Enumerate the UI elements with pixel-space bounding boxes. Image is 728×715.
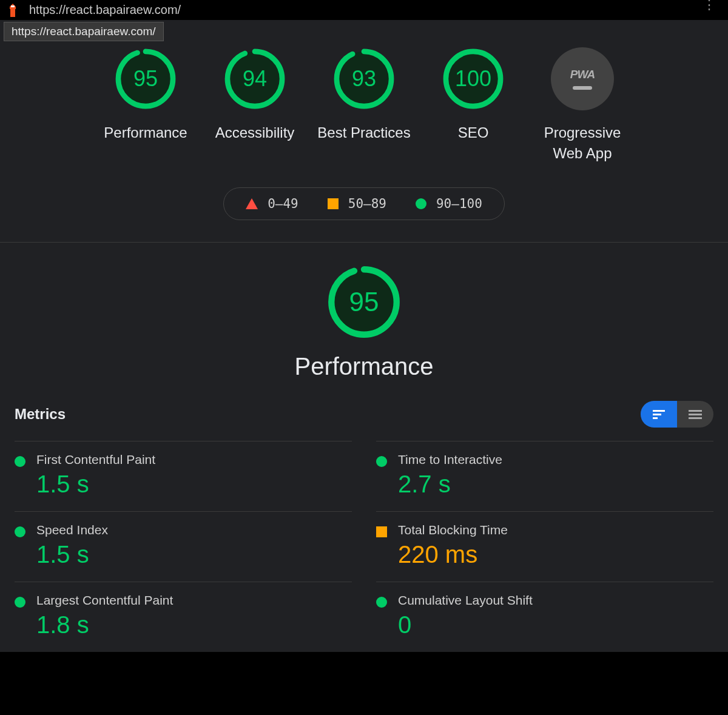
metric-value: 1.5 s — [36, 541, 352, 568]
status-icon — [15, 597, 25, 608]
square-icon — [328, 198, 339, 209]
lighthouse-icon — [7, 4, 18, 17]
gauge-label: Performance — [104, 123, 187, 143]
metric-name: Speed Index — [36, 523, 352, 537]
pwa-badge: PWA — [551, 47, 614, 110]
url-display[interactable]: https://react.bapairaew.com/ — [29, 3, 181, 17]
metric-name: Total Blocking Time — [398, 523, 713, 537]
metric-cls[interactable]: Cumulative Layout Shift 0 — [376, 582, 713, 652]
metric-name: Largest Contentful Paint — [36, 593, 352, 608]
gauge-circle: 100 — [442, 47, 505, 110]
gauge-score: 93 — [332, 47, 396, 110]
metric-lcp[interactable]: Largest Contentful Paint 1.8 s — [15, 582, 352, 652]
svg-rect-0 — [10, 9, 15, 17]
status-icon — [15, 526, 25, 537]
metric-value: 0 — [398, 611, 713, 639]
metrics-grid: First Contentful Paint 1.5 s Time to Int… — [15, 441, 713, 652]
gauge-score: 94 — [223, 47, 286, 110]
metric-tti[interactable]: Time to Interactive 2.7 s — [376, 441, 713, 511]
url-tooltip: https://react.bapairaew.com/ — [4, 22, 164, 41]
view-compact-button[interactable] — [641, 401, 677, 428]
gauge-score: 100 — [442, 47, 505, 110]
pwa-icon: PWA — [570, 68, 595, 81]
status-icon — [15, 456, 25, 467]
view-toggle — [641, 401, 713, 428]
gauge-label: Accessibility — [215, 123, 295, 143]
legend-pass-range: 90–100 — [436, 196, 482, 211]
score-legend: 0–49 50–89 90–100 — [0, 187, 728, 220]
metrics-header: Metrics — [15, 401, 713, 428]
metric-tbt[interactable]: Total Blocking Time 220 ms — [376, 511, 713, 582]
metric-si[interactable]: Speed Index 1.5 s — [15, 511, 352, 582]
metric-value: 1.8 s — [36, 611, 352, 639]
circle-icon — [416, 198, 426, 209]
legend-pill: 0–49 50–89 90–100 — [223, 187, 505, 220]
bars-equal-icon — [689, 410, 702, 419]
gauge-performance[interactable]: 95 Performance — [94, 47, 197, 163]
gauge-label: SEO — [458, 123, 489, 143]
performance-header: 95 Performance — [0, 243, 728, 380]
status-icon — [376, 526, 387, 537]
triangle-icon — [246, 198, 258, 209]
gauge-label: Progressive Web App — [531, 123, 634, 163]
gauge-best-practices[interactable]: 93 Best Practices — [312, 47, 416, 163]
pwa-bar-icon — [573, 86, 592, 90]
metrics-title: Metrics — [15, 406, 66, 423]
metric-value: 2.7 s — [398, 471, 713, 498]
gauge-circle-large: 95 — [326, 264, 402, 340]
gauge-label: Best Practices — [317, 123, 410, 143]
gauge-accessibility[interactable]: 94 Accessibility — [203, 47, 306, 163]
metric-name: Time to Interactive — [398, 452, 713, 467]
performance-score: 95 — [326, 264, 402, 340]
metrics-section: Metrics First Contentful Paint — [0, 380, 728, 652]
score-gauges: 95 Performance 94 Accessibility 93 — [0, 47, 728, 163]
metric-fcp[interactable]: First Contentful Paint 1.5 s — [15, 441, 352, 511]
report-body: 95 Performance 94 Accessibility 93 — [0, 20, 728, 652]
status-icon — [376, 597, 387, 608]
legend-fail-range: 0–49 — [268, 196, 298, 211]
bars-short-icon — [653, 410, 665, 419]
gauge-pwa[interactable]: PWA Progressive Web App — [531, 47, 634, 163]
legend-average-range: 50–89 — [348, 196, 386, 211]
legend-average: 50–89 — [328, 196, 386, 211]
legend-fail: 0–49 — [246, 196, 298, 211]
metric-name: First Contentful Paint — [36, 452, 352, 467]
gauge-seo[interactable]: 100 SEO — [422, 47, 525, 163]
gauge-circle: 95 — [114, 47, 177, 110]
svg-rect-1 — [11, 5, 15, 7]
metric-value: 220 ms — [398, 541, 713, 568]
legend-pass: 90–100 — [416, 196, 482, 211]
performance-title: Performance — [295, 353, 434, 380]
metric-value: 1.5 s — [36, 471, 352, 498]
gauge-score: 95 — [114, 47, 177, 110]
gauge-circle: 94 — [223, 47, 286, 110]
status-icon — [376, 456, 387, 467]
view-expanded-button[interactable] — [677, 401, 713, 428]
metric-name: Cumulative Layout Shift — [398, 593, 713, 608]
gauge-circle: 93 — [332, 47, 396, 110]
toolbar: https://react.bapairaew.com/ ⋮ https://r… — [0, 0, 728, 20]
kebab-menu-icon[interactable]: ⋮ — [703, 2, 716, 8]
